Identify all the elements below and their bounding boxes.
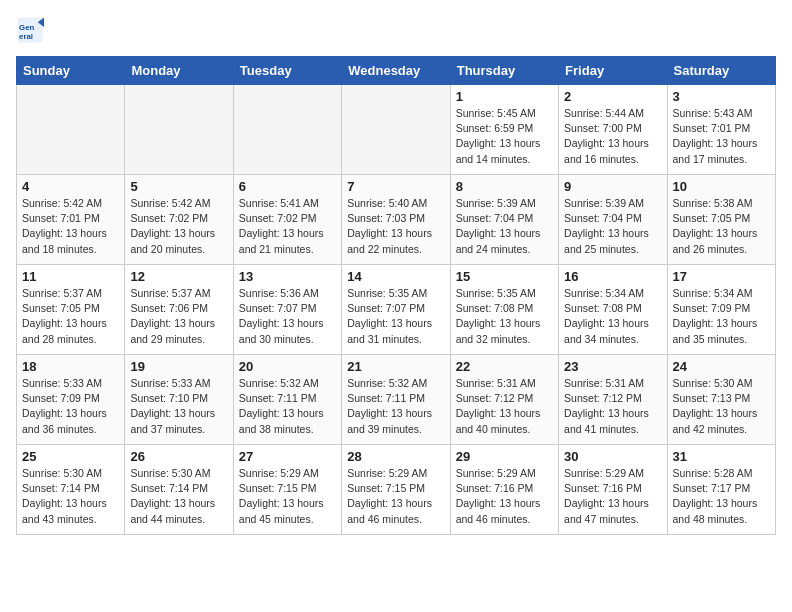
calendar-cell: 11Sunrise: 5:37 AM Sunset: 7:05 PM Dayli… [17,265,125,355]
day-number: 24 [673,359,770,374]
day-info: Sunrise: 5:29 AM Sunset: 7:15 PM Dayligh… [347,466,444,527]
day-info: Sunrise: 5:30 AM Sunset: 7:13 PM Dayligh… [673,376,770,437]
calendar-week-1: 1Sunrise: 5:45 AM Sunset: 6:59 PM Daylig… [17,85,776,175]
weekday-header-friday: Friday [559,57,667,85]
calendar-cell: 20Sunrise: 5:32 AM Sunset: 7:11 PM Dayli… [233,355,341,445]
day-info: Sunrise: 5:44 AM Sunset: 7:00 PM Dayligh… [564,106,661,167]
day-number: 3 [673,89,770,104]
day-number: 30 [564,449,661,464]
day-number: 17 [673,269,770,284]
calendar-cell: 10Sunrise: 5:38 AM Sunset: 7:05 PM Dayli… [667,175,775,265]
calendar-cell: 19Sunrise: 5:33 AM Sunset: 7:10 PM Dayli… [125,355,233,445]
day-number: 10 [673,179,770,194]
calendar-cell: 25Sunrise: 5:30 AM Sunset: 7:14 PM Dayli… [17,445,125,535]
day-number: 8 [456,179,553,194]
calendar-cell: 21Sunrise: 5:32 AM Sunset: 7:11 PM Dayli… [342,355,450,445]
logo: Gen eral [16,16,48,44]
calendar-week-2: 4Sunrise: 5:42 AM Sunset: 7:01 PM Daylig… [17,175,776,265]
calendar-cell: 8Sunrise: 5:39 AM Sunset: 7:04 PM Daylig… [450,175,558,265]
calendar-cell: 28Sunrise: 5:29 AM Sunset: 7:15 PM Dayli… [342,445,450,535]
day-number: 16 [564,269,661,284]
day-number: 11 [22,269,119,284]
calendar-cell: 5Sunrise: 5:42 AM Sunset: 7:02 PM Daylig… [125,175,233,265]
calendar-cell: 18Sunrise: 5:33 AM Sunset: 7:09 PM Dayli… [17,355,125,445]
calendar-cell [17,85,125,175]
calendar-cell: 4Sunrise: 5:42 AM Sunset: 7:01 PM Daylig… [17,175,125,265]
day-number: 29 [456,449,553,464]
day-info: Sunrise: 5:33 AM Sunset: 7:09 PM Dayligh… [22,376,119,437]
calendar-cell: 3Sunrise: 5:43 AM Sunset: 7:01 PM Daylig… [667,85,775,175]
day-number: 20 [239,359,336,374]
calendar-cell: 15Sunrise: 5:35 AM Sunset: 7:08 PM Dayli… [450,265,558,355]
day-number: 26 [130,449,227,464]
day-number: 2 [564,89,661,104]
day-number: 25 [22,449,119,464]
weekday-header-sunday: Sunday [17,57,125,85]
day-number: 28 [347,449,444,464]
svg-text:eral: eral [19,32,33,41]
day-info: Sunrise: 5:32 AM Sunset: 7:11 PM Dayligh… [347,376,444,437]
day-number: 12 [130,269,227,284]
calendar-cell: 6Sunrise: 5:41 AM Sunset: 7:02 PM Daylig… [233,175,341,265]
weekday-header-thursday: Thursday [450,57,558,85]
calendar-cell: 26Sunrise: 5:30 AM Sunset: 7:14 PM Dayli… [125,445,233,535]
day-info: Sunrise: 5:35 AM Sunset: 7:08 PM Dayligh… [456,286,553,347]
day-info: Sunrise: 5:39 AM Sunset: 7:04 PM Dayligh… [564,196,661,257]
calendar-cell: 22Sunrise: 5:31 AM Sunset: 7:12 PM Dayli… [450,355,558,445]
day-info: Sunrise: 5:31 AM Sunset: 7:12 PM Dayligh… [456,376,553,437]
day-info: Sunrise: 5:37 AM Sunset: 7:05 PM Dayligh… [22,286,119,347]
day-info: Sunrise: 5:29 AM Sunset: 7:15 PM Dayligh… [239,466,336,527]
calendar-cell: 30Sunrise: 5:29 AM Sunset: 7:16 PM Dayli… [559,445,667,535]
calendar-cell [125,85,233,175]
weekday-header-monday: Monday [125,57,233,85]
page-header: Gen eral [16,16,776,44]
day-info: Sunrise: 5:43 AM Sunset: 7:01 PM Dayligh… [673,106,770,167]
day-info: Sunrise: 5:29 AM Sunset: 7:16 PM Dayligh… [456,466,553,527]
day-info: Sunrise: 5:28 AM Sunset: 7:17 PM Dayligh… [673,466,770,527]
day-info: Sunrise: 5:31 AM Sunset: 7:12 PM Dayligh… [564,376,661,437]
calendar-cell: 17Sunrise: 5:34 AM Sunset: 7:09 PM Dayli… [667,265,775,355]
day-number: 14 [347,269,444,284]
day-number: 13 [239,269,336,284]
day-info: Sunrise: 5:36 AM Sunset: 7:07 PM Dayligh… [239,286,336,347]
day-info: Sunrise: 5:30 AM Sunset: 7:14 PM Dayligh… [22,466,119,527]
weekday-header-wednesday: Wednesday [342,57,450,85]
day-number: 21 [347,359,444,374]
calendar-cell: 27Sunrise: 5:29 AM Sunset: 7:15 PM Dayli… [233,445,341,535]
calendar-cell: 1Sunrise: 5:45 AM Sunset: 6:59 PM Daylig… [450,85,558,175]
day-info: Sunrise: 5:40 AM Sunset: 7:03 PM Dayligh… [347,196,444,257]
day-number: 31 [673,449,770,464]
calendar-cell [233,85,341,175]
calendar-cell: 14Sunrise: 5:35 AM Sunset: 7:07 PM Dayli… [342,265,450,355]
calendar-cell: 29Sunrise: 5:29 AM Sunset: 7:16 PM Dayli… [450,445,558,535]
calendar-cell: 23Sunrise: 5:31 AM Sunset: 7:12 PM Dayli… [559,355,667,445]
day-info: Sunrise: 5:37 AM Sunset: 7:06 PM Dayligh… [130,286,227,347]
day-info: Sunrise: 5:34 AM Sunset: 7:09 PM Dayligh… [673,286,770,347]
calendar-week-3: 11Sunrise: 5:37 AM Sunset: 7:05 PM Dayli… [17,265,776,355]
calendar-cell: 2Sunrise: 5:44 AM Sunset: 7:00 PM Daylig… [559,85,667,175]
day-info: Sunrise: 5:39 AM Sunset: 7:04 PM Dayligh… [456,196,553,257]
day-info: Sunrise: 5:33 AM Sunset: 7:10 PM Dayligh… [130,376,227,437]
calendar-cell: 16Sunrise: 5:34 AM Sunset: 7:08 PM Dayli… [559,265,667,355]
logo-icon: Gen eral [16,16,44,44]
calendar-cell: 12Sunrise: 5:37 AM Sunset: 7:06 PM Dayli… [125,265,233,355]
day-info: Sunrise: 5:45 AM Sunset: 6:59 PM Dayligh… [456,106,553,167]
day-info: Sunrise: 5:42 AM Sunset: 7:01 PM Dayligh… [22,196,119,257]
day-number: 5 [130,179,227,194]
calendar-cell: 31Sunrise: 5:28 AM Sunset: 7:17 PM Dayli… [667,445,775,535]
day-number: 19 [130,359,227,374]
calendar-week-5: 25Sunrise: 5:30 AM Sunset: 7:14 PM Dayli… [17,445,776,535]
weekday-header-tuesday: Tuesday [233,57,341,85]
day-number: 15 [456,269,553,284]
day-number: 18 [22,359,119,374]
day-info: Sunrise: 5:38 AM Sunset: 7:05 PM Dayligh… [673,196,770,257]
calendar-cell: 9Sunrise: 5:39 AM Sunset: 7:04 PM Daylig… [559,175,667,265]
calendar-cell: 13Sunrise: 5:36 AM Sunset: 7:07 PM Dayli… [233,265,341,355]
calendar-cell: 7Sunrise: 5:40 AM Sunset: 7:03 PM Daylig… [342,175,450,265]
calendar-cell [342,85,450,175]
day-number: 7 [347,179,444,194]
day-number: 6 [239,179,336,194]
day-info: Sunrise: 5:41 AM Sunset: 7:02 PM Dayligh… [239,196,336,257]
day-number: 4 [22,179,119,194]
day-number: 23 [564,359,661,374]
